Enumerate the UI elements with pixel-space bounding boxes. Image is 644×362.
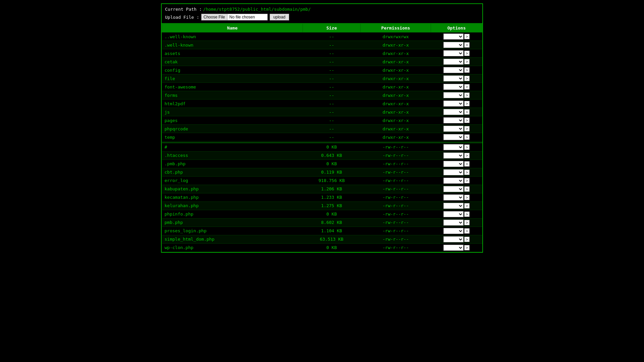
options-go-button[interactable]: > bbox=[464, 161, 470, 167]
options-select[interactable] bbox=[443, 236, 464, 242]
file-permissions: drwxrwxrwx bbox=[361, 33, 431, 41]
options-cell: > bbox=[434, 211, 480, 217]
upload-button[interactable]: upload bbox=[270, 14, 289, 20]
options-go-button[interactable]: > bbox=[464, 170, 470, 175]
options-go-button[interactable]: > bbox=[464, 109, 470, 115]
options-select[interactable] bbox=[443, 126, 464, 132]
options-select[interactable] bbox=[443, 203, 464, 209]
options-select[interactable] bbox=[443, 75, 464, 81]
options-go-button[interactable]: > bbox=[464, 144, 470, 150]
table-row: #0 KB-rw-r--r--> bbox=[162, 143, 482, 152]
options-select[interactable] bbox=[443, 84, 464, 90]
options-select[interactable] bbox=[443, 109, 464, 115]
options-go-button[interactable]: > bbox=[464, 220, 470, 225]
options-go-button[interactable]: > bbox=[464, 67, 470, 73]
table-row: simple_html_dom.php63.513 KB-rw-r--r--> bbox=[162, 235, 482, 243]
options-select[interactable] bbox=[443, 228, 464, 234]
options-cell: > bbox=[434, 161, 480, 167]
file-size: -- bbox=[303, 133, 361, 141]
current-path-label: Current Path : bbox=[165, 7, 202, 12]
options-select[interactable] bbox=[443, 134, 464, 140]
options-select[interactable] bbox=[443, 178, 464, 184]
file-table: Name Size Permissions Options ..well-kno… bbox=[162, 23, 482, 252]
file-permissions: drwxr-xr-x bbox=[361, 83, 431, 91]
options-select[interactable] bbox=[443, 169, 464, 175]
options-go-button[interactable]: > bbox=[464, 153, 470, 158]
options-select[interactable] bbox=[443, 42, 464, 48]
options-go-button[interactable]: > bbox=[464, 84, 470, 89]
file-name: phpqrcode bbox=[162, 125, 303, 133]
file-size: 63.513 KB bbox=[303, 235, 361, 243]
options-go-button[interactable]: > bbox=[464, 51, 470, 56]
options-go-button[interactable]: > bbox=[464, 186, 470, 192]
table-row: forms--drwxr-xr-x> bbox=[162, 91, 482, 100]
file-size: 8.602 KB bbox=[303, 218, 361, 227]
file-name: error_log bbox=[162, 176, 303, 185]
table-row: error_log918.756 KB-rw-r--r--> bbox=[162, 176, 482, 185]
file-name: pmb.php bbox=[162, 218, 303, 227]
options-select[interactable] bbox=[443, 34, 464, 40]
file-permissions: -rw-r--r-- bbox=[361, 151, 431, 160]
options-select[interactable] bbox=[443, 92, 464, 98]
choose-file-button[interactable]: Choose File bbox=[201, 14, 227, 20]
options-go-button[interactable]: > bbox=[464, 212, 470, 217]
options-select[interactable] bbox=[443, 117, 464, 123]
file-size: 1.233 KB bbox=[303, 193, 361, 201]
options-go-button[interactable]: > bbox=[464, 101, 470, 106]
file-name: js bbox=[162, 108, 303, 116]
options-go-button[interactable]: > bbox=[464, 178, 470, 183]
file-permissions: -rw-r--r-- bbox=[361, 143, 431, 152]
file-permissions: -rw-r--r-- bbox=[361, 235, 431, 243]
options-select[interactable] bbox=[443, 67, 464, 73]
options-go-button[interactable]: > bbox=[464, 42, 470, 48]
options-go-button[interactable]: > bbox=[464, 237, 470, 242]
options-select[interactable] bbox=[443, 220, 464, 226]
file-name: # bbox=[162, 143, 303, 152]
file-input-wrapper[interactable]: Choose File No file chosen bbox=[201, 14, 268, 20]
file-permissions: drwxr-xr-x bbox=[361, 91, 431, 100]
file-size: 1.275 KB bbox=[303, 201, 361, 210]
file-size: -- bbox=[303, 41, 361, 49]
options-cell: > bbox=[434, 84, 480, 90]
options-select[interactable] bbox=[443, 101, 464, 107]
table-row: file--drwxr-xr-x> bbox=[162, 74, 482, 83]
options-go-button[interactable]: > bbox=[464, 245, 470, 250]
options-cell: > bbox=[434, 67, 480, 73]
options-cell: > bbox=[434, 153, 480, 159]
options-cell: > bbox=[434, 34, 480, 40]
options-select[interactable] bbox=[443, 245, 464, 251]
options-go-button[interactable]: > bbox=[464, 59, 470, 64]
file-table-section: Name Size Permissions Options ..well-kno… bbox=[162, 23, 482, 252]
file-size: 0.119 KB bbox=[303, 168, 361, 176]
file-size: -- bbox=[303, 116, 361, 125]
options-go-button[interactable]: > bbox=[464, 118, 470, 123]
options-select[interactable] bbox=[443, 144, 464, 150]
options-select[interactable] bbox=[443, 153, 464, 159]
options-go-button[interactable]: > bbox=[464, 134, 470, 140]
table-row: js--drwxr-xr-x> bbox=[162, 108, 482, 116]
options-go-button[interactable]: > bbox=[464, 228, 470, 234]
options-cell: > bbox=[434, 245, 480, 251]
options-go-button[interactable]: > bbox=[464, 93, 470, 98]
table-row: config--drwxr-xr-x> bbox=[162, 66, 482, 74]
file-name: cetak bbox=[162, 58, 303, 66]
file-size: 918.756 KB bbox=[303, 176, 361, 185]
options-go-button[interactable]: > bbox=[464, 34, 470, 39]
options-go-button[interactable]: > bbox=[464, 203, 470, 208]
options-select[interactable] bbox=[443, 50, 464, 56]
file-size: -- bbox=[303, 58, 361, 66]
options-select[interactable] bbox=[443, 59, 464, 65]
options-select[interactable] bbox=[443, 211, 464, 217]
options-select[interactable] bbox=[443, 161, 464, 167]
file-size: -- bbox=[303, 83, 361, 91]
options-go-button[interactable]: > bbox=[464, 76, 470, 81]
options-select[interactable] bbox=[443, 186, 464, 192]
file-name: file bbox=[162, 74, 303, 83]
file-size: 0 KB bbox=[303, 210, 361, 218]
options-select[interactable] bbox=[443, 194, 464, 200]
file-name: font-awesome bbox=[162, 83, 303, 91]
options-go-button[interactable]: > bbox=[464, 126, 470, 131]
file-name: .well-known bbox=[162, 41, 303, 49]
options-go-button[interactable]: > bbox=[464, 195, 470, 200]
options-cell: > bbox=[434, 203, 480, 209]
